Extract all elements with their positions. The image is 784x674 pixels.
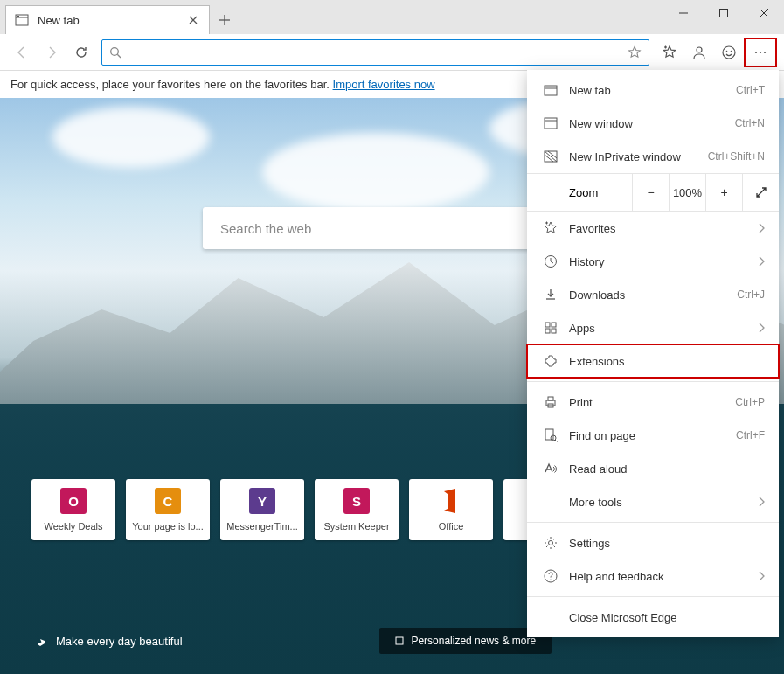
quick-links-row: OWeekly DealsCYour page is lo...YMesseng…	[31, 479, 587, 540]
menu-shortcut: Ctrl+N	[735, 117, 765, 129]
address-input[interactable]	[128, 45, 628, 59]
help-icon	[541, 568, 560, 584]
menu-item-label: Apps	[569, 322, 758, 335]
read-icon	[541, 461, 560, 476]
window-controls	[663, 0, 784, 34]
menu-item-favorites[interactable]: Favorites	[527, 212, 779, 245]
refresh-button[interactable]	[66, 38, 96, 67]
settings-icon	[541, 535, 560, 551]
more-menu: New tabCtrl+TNew windowCtrl+NNew InPriva…	[527, 70, 779, 637]
menu-item-find-on-page[interactable]: Find on pageCtrl+F	[527, 419, 779, 452]
menu-item-label: Close Microsoft Edge	[569, 611, 765, 624]
svg-point-11	[111, 47, 119, 55]
menu-item-print[interactable]: PrintCtrl+P	[527, 386, 779, 419]
menu-shortcut: Ctrl+T	[736, 84, 765, 96]
svg-rect-22	[396, 637, 403, 644]
history-icon	[541, 254, 560, 269]
chevron-right-icon	[758, 256, 765, 267]
svg-point-43	[549, 541, 553, 545]
svg-point-16	[723, 46, 735, 59]
tile-label: System Keeper	[320, 521, 393, 532]
tile-label: Weekly Deals	[37, 521, 110, 532]
svg-point-15	[697, 47, 702, 52]
window-maximize-button[interactable]	[704, 0, 744, 26]
quick-link-tile[interactable]: CYour page is lo...	[126, 479, 210, 540]
svg-point-45	[550, 579, 551, 580]
menu-item-more-tools[interactable]: More tools	[527, 485, 779, 518]
chevron-right-icon	[758, 323, 765, 333]
bing-tagline[interactable]: Make every day beautiful	[35, 632, 183, 650]
profile-button[interactable]	[684, 38, 714, 67]
menu-item-label: Extensions	[569, 355, 765, 368]
toolbar	[0, 34, 784, 71]
quick-link-tile[interactable]: OWeekly Deals	[31, 479, 115, 540]
tab-close-button[interactable]	[186, 13, 200, 27]
tile-label: Office	[414, 521, 488, 532]
tab-title: New tab	[38, 14, 186, 27]
import-favorites-link[interactable]: Import favorites now	[333, 78, 435, 91]
menu-item-label: Find on page	[569, 429, 736, 442]
tab-page-icon	[15, 13, 29, 27]
quick-link-tile[interactable]: Office	[409, 479, 493, 540]
search-card[interactable]: Search the web	[203, 207, 579, 249]
menu-item-label: Read aloud	[569, 462, 765, 476]
favorites-hint-text: For quick access, place your favorites h…	[10, 78, 330, 91]
quick-link-tile[interactable]: SSystem Keeper	[315, 479, 399, 540]
svg-point-17	[726, 50, 728, 52]
menu-item-extensions[interactable]: Extensions	[527, 344, 779, 378]
menu-zoom-row: Zoom − 100% +	[527, 173, 779, 212]
tile-label: MessengerTim...	[225, 521, 299, 532]
more-menu-button[interactable]	[744, 38, 777, 67]
zoom-out-button[interactable]: −	[632, 173, 669, 212]
menu-item-help-and-feedback[interactable]: Help and feedback	[527, 559, 779, 593]
menu-item-apps[interactable]: Apps	[527, 311, 779, 344]
favorites-button[interactable]	[655, 38, 684, 67]
fullscreen-button[interactable]	[742, 173, 779, 212]
browser-tab[interactable]: New tab	[5, 5, 210, 34]
svg-line-12	[117, 54, 121, 58]
menu-shortcut: Ctrl+P	[735, 396, 765, 408]
svg-point-19	[755, 51, 757, 52]
new-tab-button[interactable]	[210, 5, 239, 34]
favorite-star-icon[interactable]	[628, 45, 642, 59]
menu-item-close-microsoft-edge[interactable]: Close Microsoft Edge	[527, 601, 779, 634]
menu-item-label: Settings	[569, 537, 765, 550]
window-minimize-button[interactable]	[663, 0, 704, 26]
news-toggle-button[interactable]: Personalized news & more	[379, 628, 552, 654]
bing-icon	[35, 632, 47, 650]
svg-rect-34	[552, 323, 556, 327]
zoom-label: Zoom	[569, 186, 632, 199]
menu-shortcut: Ctrl+F	[736, 429, 765, 441]
menu-item-new-tab[interactable]: New tabCtrl+T	[527, 73, 779, 107]
search-icon	[109, 46, 121, 59]
menu-item-label: New tab	[569, 84, 736, 97]
menu-item-label: New InPrivate window	[569, 150, 708, 163]
menu-item-settings[interactable]: Settings	[527, 526, 779, 559]
zoom-value: 100%	[669, 173, 705, 212]
feedback-button[interactable]	[714, 38, 744, 67]
svg-rect-40	[545, 429, 553, 440]
tile-label: Your page is lo...	[131, 521, 205, 532]
svg-point-21	[764, 51, 766, 52]
menu-item-label: More tools	[569, 496, 758, 509]
menu-item-label: Favorites	[569, 222, 758, 235]
titlebar: New tab	[0, 0, 784, 34]
menu-item-new-window[interactable]: New windowCtrl+N	[527, 107, 779, 140]
menu-item-new-inprivate-window[interactable]: New InPrivate windowCtrl+Shift+N	[527, 140, 779, 173]
svg-rect-36	[552, 329, 556, 333]
quick-link-tile[interactable]: YMessengerTim...	[220, 479, 304, 540]
window-close-button[interactable]	[744, 0, 784, 26]
back-button[interactable]	[7, 38, 37, 67]
zoom-in-button[interactable]: +	[705, 173, 742, 212]
menu-item-history[interactable]: History	[527, 245, 779, 278]
menu-item-downloads[interactable]: DownloadsCtrl+J	[527, 278, 779, 311]
svg-rect-33	[545, 323, 550, 327]
menu-shortcut: Ctrl+Shift+N	[708, 150, 765, 163]
search-card-placeholder: Search the web	[220, 221, 311, 236]
forward-button[interactable]	[37, 38, 66, 67]
svg-rect-38	[548, 397, 553, 400]
menu-item-read-aloud[interactable]: Read aloud	[527, 452, 779, 485]
menu-item-label: Help and feedback	[569, 570, 758, 583]
address-bar[interactable]	[101, 39, 649, 66]
svg-point-20	[760, 51, 761, 52]
